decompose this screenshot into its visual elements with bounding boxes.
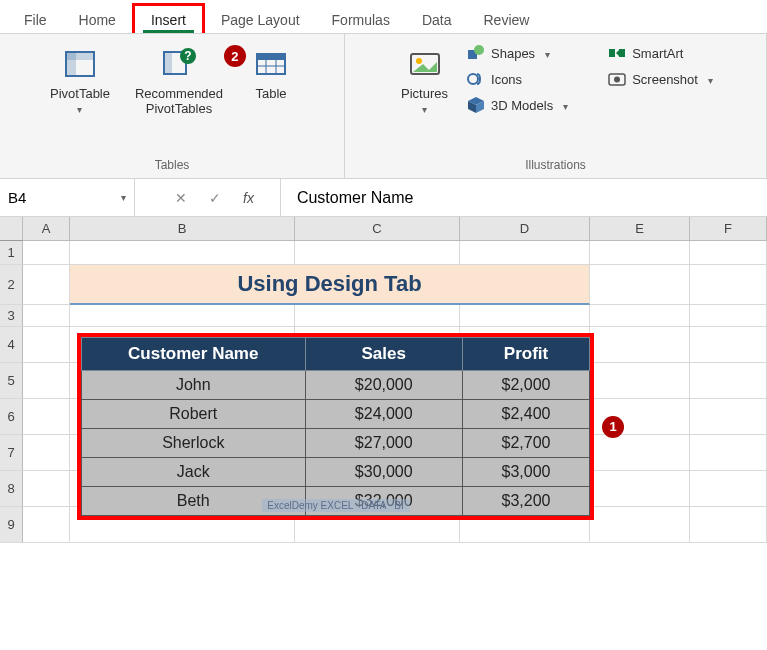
pictures-label: Pictures (401, 87, 448, 102)
data-table: Customer Name Sales Profit John$20,000$2… (81, 337, 590, 516)
table-cell[interactable]: $30,000 (305, 458, 462, 487)
formula-input[interactable] (281, 179, 767, 216)
table-cell[interactable]: $24,000 (305, 400, 462, 429)
chevron-down-icon: ▾ (708, 75, 713, 86)
illustrations-group-label: Illustrations (525, 156, 586, 175)
tab-insert[interactable]: Insert (132, 3, 205, 33)
name-box[interactable]: ▾ (0, 179, 135, 216)
col-header[interactable]: F (690, 217, 767, 241)
col-header[interactable]: C (295, 217, 460, 241)
row-header[interactable]: 5 (0, 363, 23, 399)
row-header[interactable]: 3 (0, 305, 23, 327)
svg-rect-2 (66, 52, 94, 60)
accept-formula-icon[interactable]: ✓ (209, 190, 221, 206)
row-header[interactable]: 6 (0, 399, 23, 435)
table-row[interactable]: Robert$24,000$2,400 (82, 400, 590, 429)
shapes-label: Shapes (491, 46, 535, 61)
name-formula-bar: ▾ ✕ ✓ fx (0, 179, 767, 217)
svg-rect-21 (619, 49, 625, 57)
table-label: Table (255, 87, 286, 102)
svg-point-24 (614, 77, 620, 83)
row-header[interactable]: 4 (0, 327, 23, 363)
column-headers: A B C D E F (0, 217, 767, 241)
ribbon-group-tables: PivotTable ▾ ? Recommended PivotTables 2… (0, 34, 345, 178)
recommended-pivottables-icon: ? (160, 45, 198, 83)
tables-group-label: Tables (155, 156, 190, 175)
row-header[interactable]: 7 (0, 435, 23, 471)
fx-icon[interactable]: fx (243, 190, 254, 206)
ribbon: PivotTable ▾ ? Recommended PivotTables 2… (0, 34, 767, 179)
icons-label: Icons (491, 72, 522, 87)
screenshot-button[interactable]: Screenshot ▾ (604, 68, 717, 90)
col-header[interactable]: B (70, 217, 295, 241)
svg-point-13 (416, 58, 422, 64)
smartart-icon (608, 44, 626, 62)
callout-1: 1 (602, 416, 624, 438)
table-cell[interactable]: $27,000 (305, 429, 462, 458)
svg-marker-22 (616, 50, 619, 56)
table-cell[interactable]: $2,700 (462, 429, 589, 458)
table-cell[interactable]: Beth (82, 487, 306, 516)
table-row[interactable]: Sherlock$27,000$2,700 (82, 429, 590, 458)
row-header[interactable]: 1 (0, 241, 23, 265)
3d-models-button[interactable]: 3D Models ▾ (463, 94, 572, 116)
row-header[interactable]: 9 (0, 507, 23, 543)
worksheet-grid[interactable]: 1 2 Using Design Tab 3 4 5 6 7 8 9 Custo… (0, 241, 767, 543)
table-header[interactable]: Profit (462, 338, 589, 371)
tab-page-layout[interactable]: Page Layout (205, 6, 316, 33)
table-row[interactable]: Jack$30,000$3,000 (82, 458, 590, 487)
table-cell[interactable]: Robert (82, 400, 306, 429)
svg-text:?: ? (184, 49, 191, 63)
table-cell[interactable]: $3,000 (462, 458, 589, 487)
table-cell[interactable]: $3,200 (462, 487, 589, 516)
smartart-label: SmartArt (632, 46, 683, 61)
screenshot-icon (608, 70, 626, 88)
tab-review[interactable]: Review (468, 6, 546, 33)
3d-models-label: 3D Models (491, 98, 553, 113)
name-box-input[interactable] (8, 189, 126, 206)
table-header[interactable]: Customer Name (82, 338, 306, 371)
smartart-button[interactable]: SmartArt (604, 42, 717, 64)
tab-home[interactable]: Home (63, 6, 132, 33)
cancel-formula-icon[interactable]: ✕ (175, 190, 187, 206)
ribbon-tabs: File Home Insert Page Layout Formulas Da… (0, 0, 767, 34)
table-cell[interactable]: Jack (82, 458, 306, 487)
table-button[interactable]: Table (241, 40, 301, 103)
table-cell[interactable]: $2,400 (462, 400, 589, 429)
table-cell[interactable]: $20,000 (305, 371, 462, 400)
tab-file[interactable]: File (8, 6, 63, 33)
pivottable-icon (61, 45, 99, 83)
table-header[interactable]: Sales (305, 338, 462, 371)
ribbon-group-illustrations: Pictures ▾ Shapes ▾ Icons (345, 34, 767, 178)
table-cell[interactable]: $2,000 (462, 371, 589, 400)
table-cell[interactable]: $32,000 (305, 487, 462, 516)
table-row[interactable]: Beth$32,000$3,200 (82, 487, 590, 516)
svg-rect-4 (164, 52, 172, 74)
pictures-button[interactable]: Pictures ▾ (394, 40, 455, 116)
section-title: Using Design Tab (70, 265, 590, 305)
row-header[interactable]: 8 (0, 471, 23, 507)
svg-point-15 (474, 45, 484, 55)
icons-button[interactable]: Icons (463, 68, 572, 90)
chevron-down-icon: ▾ (563, 101, 568, 112)
table-cell[interactable]: Sherlock (82, 429, 306, 458)
chevron-down-icon: ▾ (77, 104, 82, 115)
table-row[interactable]: John$20,000$2,000 (82, 371, 590, 400)
row-header[interactable]: 2 (0, 265, 23, 305)
shapes-button[interactable]: Shapes ▾ (463, 42, 572, 64)
pivottable-button[interactable]: PivotTable ▾ (43, 40, 117, 116)
col-header[interactable]: D (460, 217, 590, 241)
svg-rect-20 (609, 49, 615, 57)
col-header[interactable]: E (590, 217, 690, 241)
svg-rect-8 (257, 54, 285, 60)
recommended-pivottables-button[interactable]: ? Recommended PivotTables 2 (119, 40, 239, 118)
table-cell[interactable]: John (82, 371, 306, 400)
col-header[interactable]: A (23, 217, 70, 241)
table-header-row: Customer Name Sales Profit (82, 338, 590, 371)
screenshot-label: Screenshot (632, 72, 698, 87)
tab-formulas[interactable]: Formulas (316, 6, 406, 33)
chevron-down-icon[interactable]: ▾ (121, 192, 126, 203)
selected-table-range[interactable]: Customer Name Sales Profit John$20,000$2… (77, 333, 594, 520)
tab-data[interactable]: Data (406, 6, 468, 33)
select-all-corner[interactable] (0, 217, 23, 241)
